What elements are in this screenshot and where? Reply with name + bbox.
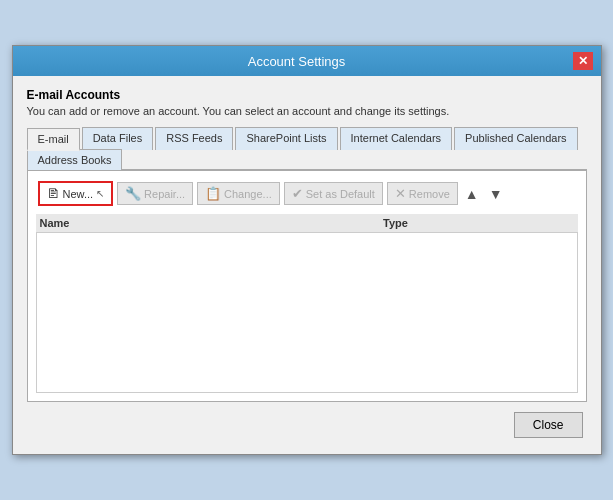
remove-button[interactable]: ✕ Remove xyxy=(387,182,458,205)
col-type-header: Type xyxy=(218,217,574,229)
col-name-header: Name xyxy=(40,217,218,229)
tab-internet-calendars[interactable]: Internet Calendars xyxy=(340,127,453,150)
repair-icon: 🔧 xyxy=(125,186,141,201)
section-desc: You can add or remove an account. You ca… xyxy=(27,105,587,117)
repair-button[interactable]: 🔧 Repair... xyxy=(117,182,193,205)
set-default-label: Set as Default xyxy=(306,188,375,200)
tab-rss-feeds[interactable]: RSS Feeds xyxy=(155,127,233,150)
close-button[interactable]: Close xyxy=(514,412,583,438)
cursor-icon: ↖ xyxy=(96,188,104,199)
window-title: Account Settings xyxy=(21,54,573,69)
table-header: Name Type xyxy=(36,214,578,233)
header-section: E-mail Accounts You can add or remove an… xyxy=(27,88,587,117)
change-icon: 📋 xyxy=(205,186,221,201)
move-down-button[interactable]: ▼ xyxy=(486,184,506,204)
close-window-button[interactable]: ✕ xyxy=(573,52,593,70)
footer: Close xyxy=(27,402,587,442)
set-default-button[interactable]: ✔ Set as Default xyxy=(284,182,383,205)
new-button-label: New... xyxy=(63,188,94,200)
toolbar: 🖹 New... ↖ 🔧 Repair... 📋 Change... ✔ xyxy=(36,179,578,208)
remove-icon: ✕ xyxy=(395,186,406,201)
window-body: E-mail Accounts You can add or remove an… xyxy=(13,76,601,454)
title-bar: Account Settings ✕ xyxy=(13,46,601,76)
section-title: E-mail Accounts xyxy=(27,88,587,102)
account-settings-window: Account Settings ✕ E-mail Accounts You c… xyxy=(12,45,602,455)
tab-address-books[interactable]: Address Books xyxy=(27,149,123,170)
remove-button-label: Remove xyxy=(409,188,450,200)
tab-content: 🖹 New... ↖ 🔧 Repair... 📋 Change... ✔ xyxy=(27,171,587,402)
change-button-label: Change... xyxy=(224,188,272,200)
tab-email[interactable]: E-mail xyxy=(27,128,80,151)
check-icon: ✔ xyxy=(292,186,303,201)
change-button[interactable]: 📋 Change... xyxy=(197,182,280,205)
tab-data-files[interactable]: Data Files xyxy=(82,127,154,150)
tab-sharepoint[interactable]: SharePoint Lists xyxy=(235,127,337,150)
repair-button-label: Repair... xyxy=(144,188,185,200)
tab-bar: E-mail Data Files RSS Feeds SharePoint L… xyxy=(27,127,587,171)
tab-published-calendars[interactable]: Published Calendars xyxy=(454,127,578,150)
move-up-button[interactable]: ▲ xyxy=(462,184,482,204)
table-body xyxy=(36,233,578,393)
new-icon: 🖹 xyxy=(47,186,60,201)
new-button[interactable]: 🖹 New... ↖ xyxy=(38,181,114,206)
